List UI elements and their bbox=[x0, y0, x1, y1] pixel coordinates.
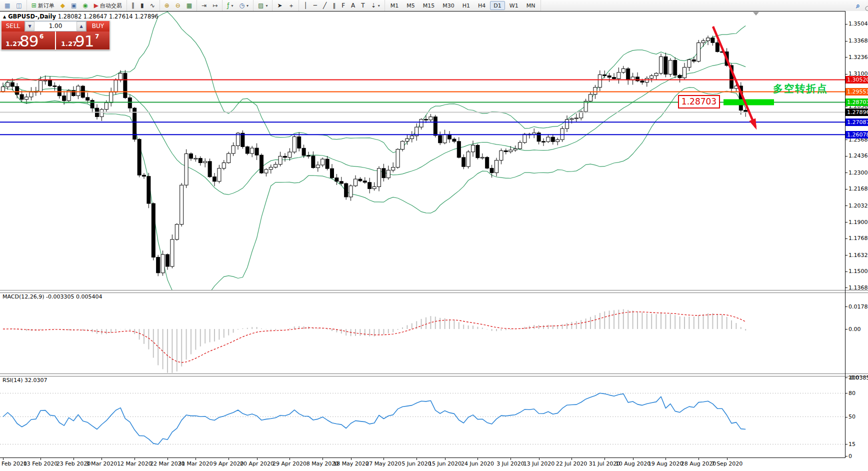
date-axis-label: 3 Jul 2020 bbox=[496, 460, 524, 467]
price-axis-label: 1.20320 bbox=[848, 202, 868, 209]
timeframe-h4[interactable]: H4 bbox=[474, 1, 489, 10]
indicators-button[interactable]: ƒ▾ bbox=[224, 1, 236, 10]
timeframe-m15[interactable]: M15 bbox=[420, 1, 438, 10]
fibonacci-button[interactable]: F bbox=[339, 1, 348, 10]
price-badge: 1.27087 bbox=[846, 118, 868, 126]
bar-chart-button[interactable]: ‖ bbox=[129, 1, 137, 10]
volume-field[interactable]: ▼ 1.00 ▲ bbox=[24, 21, 86, 32]
bear-candle bbox=[434, 117, 437, 136]
date-tick bbox=[478, 458, 478, 460]
new-order-button[interactable]: ⊞新订单 bbox=[29, 1, 57, 10]
bear-candle bbox=[128, 98, 132, 108]
text-button[interactable]: A bbox=[348, 1, 358, 10]
buy-button[interactable]: BUY bbox=[86, 21, 110, 32]
timeframe-d1[interactable]: D1 bbox=[490, 1, 504, 10]
timeframe-m1[interactable]: M1 bbox=[387, 1, 402, 10]
timeframe-m30[interactable]: M30 bbox=[439, 1, 458, 10]
trend-arrow-head[interactable] bbox=[749, 118, 756, 130]
autotrading-button[interactable]: ▶自动交易 bbox=[92, 1, 124, 10]
bull-candle bbox=[466, 152, 470, 166]
toolbar-right: ⌕ bbox=[856, 2, 868, 10]
candlestick-button[interactable]: ▮ bbox=[138, 1, 146, 10]
templates-button[interactable]: ▨▾ bbox=[256, 1, 270, 10]
zoom-out-button[interactable]: ⊖ bbox=[173, 1, 183, 10]
line-chart-button[interactable]: ∿ bbox=[148, 1, 158, 10]
volume-value[interactable]: 1.00 bbox=[34, 22, 76, 31]
bear-candle bbox=[344, 184, 348, 197]
bear-candle bbox=[53, 86, 56, 87]
date-axis-label: 13 Jul 2020 bbox=[524, 460, 554, 467]
timeframe-m5[interactable]: M5 bbox=[403, 1, 418, 10]
price-tick bbox=[845, 189, 848, 190]
trendline-button[interactable]: ╱ bbox=[320, 1, 329, 10]
bear-candle bbox=[358, 179, 362, 181]
rsi-axis-label: 50 bbox=[848, 414, 856, 420]
timeframe-mn[interactable]: MN bbox=[523, 1, 539, 10]
new-chart-button[interactable]: ▦ bbox=[2, 1, 12, 10]
bear-candle bbox=[486, 158, 489, 168]
cursor-button[interactable]: ➤ bbox=[274, 1, 284, 10]
timeframe-h1[interactable]: H1 bbox=[459, 1, 474, 10]
price-tick bbox=[845, 41, 848, 42]
chart-shift-marker[interactable] bbox=[753, 12, 759, 16]
zoom-in-icon: ⊕ bbox=[164, 2, 170, 8]
navigator-button[interactable]: ◉ bbox=[80, 1, 90, 10]
vertical-line-button[interactable]: │ bbox=[301, 1, 310, 10]
rsi-pane-canvas[interactable] bbox=[0, 376, 845, 457]
horizontal-line-button[interactable]: ─ bbox=[311, 1, 320, 10]
chart-profile-button[interactable]: ◫ bbox=[14, 1, 24, 10]
volume-decrease-button[interactable]: ▼ bbox=[25, 22, 34, 31]
buy-price-display[interactable]: 1.27 91 7 bbox=[56, 32, 110, 50]
bear-candle bbox=[716, 42, 719, 52]
bear-candle bbox=[504, 150, 508, 152]
bull-candle bbox=[514, 148, 517, 150]
periods-button[interactable]: ◷▾ bbox=[237, 1, 252, 10]
price-axis-label: 1.32360 bbox=[848, 54, 868, 60]
label-button[interactable]: T bbox=[358, 1, 367, 10]
search-icon[interactable]: ⌕ bbox=[856, 2, 860, 10]
data-window-button[interactable]: ▣ bbox=[68, 1, 79, 10]
bear-candle bbox=[636, 77, 640, 81]
toolbar-group: ‖▮∿ bbox=[127, 0, 160, 11]
channel-icon: ∥ bbox=[332, 2, 336, 8]
rsi-axis-label: 100 bbox=[848, 374, 859, 381]
bull-candle bbox=[194, 158, 198, 160]
date-tick bbox=[168, 458, 168, 460]
date-axis-label: 3 Mar 2020 bbox=[86, 460, 118, 467]
sell-price-sup: 6 bbox=[40, 33, 44, 40]
bear-candle bbox=[138, 140, 141, 176]
turning-point-note[interactable]: 多空转折点 bbox=[773, 82, 828, 96]
data-window-icon: ▣ bbox=[71, 2, 76, 8]
chart-shift-button[interactable]: ↦ bbox=[210, 1, 220, 10]
sell-price-display[interactable]: 1.27 89 6 bbox=[2, 32, 55, 50]
market-watch-button[interactable]: ◆ bbox=[58, 1, 68, 10]
date-tick bbox=[322, 458, 323, 460]
timeframe-w1[interactable]: W1 bbox=[506, 1, 522, 10]
channel-button[interactable]: ∥ bbox=[330, 1, 338, 10]
bear-candle bbox=[312, 156, 315, 168]
auto-scroll-button[interactable]: ⇥ bbox=[199, 1, 209, 10]
macd-pane-canvas[interactable] bbox=[0, 292, 845, 373]
bull-candle bbox=[443, 134, 446, 143]
date-axis-label: 24 Jun 2020 bbox=[461, 460, 494, 467]
toolbar-button-label: 新订单 bbox=[38, 2, 54, 10]
volume-increase-button[interactable]: ▲ bbox=[76, 22, 86, 31]
main-chart-canvas[interactable] bbox=[0, 12, 845, 290]
bull-candle bbox=[274, 164, 278, 168]
sell-button[interactable]: SELL bbox=[2, 21, 24, 32]
zoom-in-button[interactable]: ⊕ bbox=[162, 1, 172, 10]
tile-windows-icon: ▦ bbox=[186, 2, 192, 8]
label-icon: T bbox=[361, 2, 364, 8]
arrows-button[interactable]: ⇣▾ bbox=[368, 1, 382, 10]
bear-candle bbox=[198, 158, 202, 163]
bear-candle bbox=[20, 94, 24, 100]
auto-scroll-icon: ⇥ bbox=[202, 2, 206, 8]
bull-candle bbox=[660, 56, 663, 73]
level-price-label[interactable]: 1.28703 bbox=[678, 95, 720, 108]
crosshair-button[interactable]: ＋ bbox=[286, 1, 296, 10]
macd-signal-line bbox=[3, 312, 746, 362]
bar-chart-icon: ‖ bbox=[132, 2, 134, 8]
tile-windows-button[interactable]: ▦ bbox=[184, 1, 194, 10]
macd-tick bbox=[845, 306, 848, 307]
highlight-rectangle[interactable] bbox=[724, 99, 774, 105]
